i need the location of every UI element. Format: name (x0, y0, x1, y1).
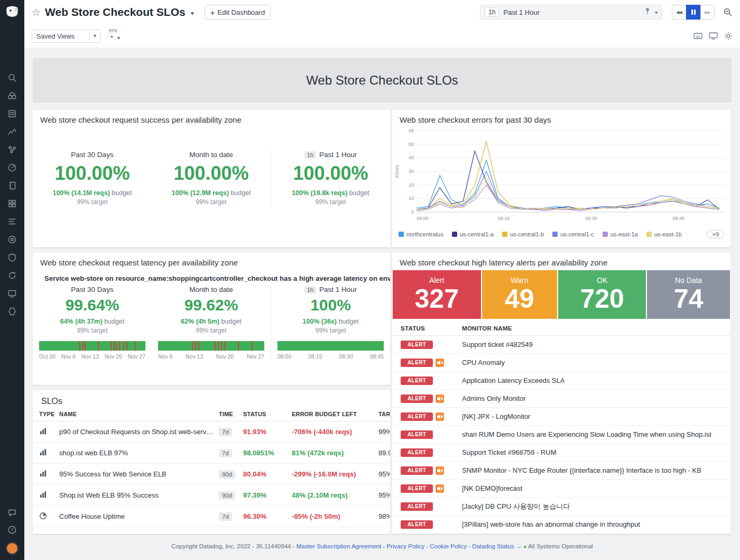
time-range-chevron-down-icon[interactable]: ▾ (655, 10, 658, 15)
forward-button[interactable]: ▶▶ (700, 5, 715, 20)
rewind-button[interactable]: ◀◀ (672, 5, 686, 20)
status-tile-label: Warn (482, 276, 557, 284)
monitor-row[interactable]: ALERT Support ticket #482549 (392, 336, 730, 354)
time-range-picker[interactable]: 1h Past 1 Hour ▾ (480, 5, 662, 20)
footer-link[interactable]: Master Subscription Agreement (297, 543, 381, 549)
status-tile-warn[interactable]: Warn 49 (482, 270, 557, 319)
integrations-icon[interactable] (7, 145, 17, 154)
timeline-tick-label: 08:00 (278, 353, 291, 360)
time-window-label: Month to date (158, 286, 264, 293)
monitor-row[interactable]: ALERT [NK] JPX - LogMonitor (392, 408, 730, 426)
pin-icon[interactable] (644, 7, 651, 17)
legend-item[interactable]: us-central1-c (552, 231, 594, 237)
slo-time-window: Past 30 Days 100.00% 100% (14.1M reqs) b… (33, 151, 152, 206)
infrastructure-icon[interactable] (7, 199, 17, 208)
incident-mark (195, 341, 196, 351)
slo-row[interactable]: p90 of Checkout Requests on Shop.ist web… (33, 421, 390, 443)
status-tile-alert[interactable]: Alert 327 (393, 270, 481, 319)
env-variable-dropdown[interactable]: * ▼ (108, 33, 124, 44)
monitor-row[interactable]: ALERT SNMP Monitor - NYC Edge Router {{i… (392, 462, 730, 480)
apm-icon[interactable] (7, 163, 17, 172)
monitor-row[interactable]: ALERT Application Latency Exceeds SLA (392, 372, 730, 390)
serverless-icon[interactable] (7, 307, 17, 316)
slo-row[interactable]: shop.ist web ELB 97% 7d 98.0851% 81% (47… (33, 443, 390, 464)
notebooks-icon[interactable] (7, 181, 17, 190)
slo-table-header: TYPENAMETIMESTATUSERROR BUDGET LEFTTARGE… (33, 411, 390, 421)
saved-views-dropdown[interactable]: Saved Views ▼ (32, 30, 100, 43)
settings-gear-icon[interactable] (724, 32, 733, 40)
time-window-label: Past 30 Days (39, 151, 145, 159)
slo-row[interactable]: Coffee House Uptime 7d 96.30% -85% (-2h … (33, 506, 390, 527)
muted-icon (436, 359, 444, 367)
ci-icon[interactable] (7, 271, 17, 280)
slo-status-value: 100% (278, 296, 384, 314)
saved-views-chevron-down-icon: ▼ (89, 32, 100, 40)
datadog-logo[interactable] (4, 4, 20, 20)
legend-item[interactable]: us-east-1b (646, 231, 682, 237)
legend-label: us-east-1a (610, 231, 638, 237)
edit-dashboard-button[interactable]: + Edit Dashboard (205, 5, 271, 20)
monitor-status-cell: ALERT (401, 341, 462, 349)
slo-status-value: 99.62% (158, 296, 264, 314)
synthetics-icon[interactable] (7, 235, 17, 244)
timeline-ticks: Oct 30Nov 6Nov 13Nov 20Nov 27 (39, 353, 145, 360)
tv-mode-icon[interactable] (709, 32, 718, 40)
legend-overflow-pill[interactable]: +9 (707, 230, 724, 238)
logs-icon[interactable] (7, 217, 17, 226)
slo-target: 99% target (39, 198, 145, 206)
monitor-row[interactable]: ALERT [3Pillars] web-store has an abnorm… (392, 516, 730, 534)
footer-link[interactable]: Datadog Status → (472, 543, 522, 549)
help-icon[interactable]: ? (7, 525, 17, 535)
user-avatar[interactable] (6, 542, 18, 555)
zoom-out-button[interactable] (723, 7, 733, 17)
metrics-icon[interactable] (7, 127, 17, 136)
monitor-row[interactable]: ALERT CPU Anomaly (392, 354, 730, 372)
monitor-name: Application Latency Exceeds SLA (462, 377, 565, 384)
slo-row[interactable]: 95% Success for Web Service ELB 90d 80.0… (33, 464, 390, 485)
monitor-row[interactable]: ALERT Support Ticket #968759 - RUM (392, 444, 730, 462)
slo-error-budget-left: -85% (-2h 50m) (292, 512, 378, 520)
incident-mark (198, 341, 199, 351)
slo-target: 99% target (278, 198, 384, 206)
slo-history-bar[interactable] (158, 341, 264, 351)
footer-link[interactable]: Cookie Policy (430, 543, 467, 549)
monitor-row[interactable]: ALERT Admins Only Monitor (392, 390, 730, 408)
legend-item[interactable]: northcentralus (399, 231, 443, 237)
rum-icon[interactable] (7, 289, 17, 298)
monitor-row[interactable]: ALERT [NK DEMO]forecast (392, 480, 730, 498)
security-icon[interactable] (7, 253, 17, 262)
events-icon[interactable] (7, 109, 17, 118)
slo-history-bar[interactable] (278, 341, 384, 351)
svg-text:Errors: Errors (394, 164, 400, 178)
watchdog-icon[interactable] (7, 91, 17, 100)
slo-history-bar[interactable] (39, 341, 145, 351)
status-tile-no-data[interactable]: No Data 74 (647, 270, 730, 319)
favorite-star-icon[interactable]: ☆ (32, 6, 41, 19)
search-icon[interactable] (7, 73, 17, 82)
slo-name: shop.ist web ELB 97% (59, 449, 219, 457)
panel-title: Web store checkout high latency alerts p… (392, 253, 730, 269)
status-tile-label: Alert (393, 276, 481, 284)
footer-link[interactable]: Privacy Policy (386, 543, 424, 549)
legend-item[interactable]: us-central1-b (502, 231, 544, 237)
status-tile-ok[interactable]: OK 720 (558, 270, 646, 319)
monitor-row[interactable]: ALERT [Jacky] DB CPU 사용량이 높습니다 (392, 498, 730, 516)
errors-line-chart[interactable]: 010203040506008:0008:1508:3008:45Errors (392, 126, 730, 228)
title-chevron-down-icon[interactable]: ▾ (191, 10, 194, 17)
legend-item[interactable]: us-central1-a (452, 231, 494, 237)
slo-column-header: TIME (219, 411, 243, 417)
monitor-name: SNMP Monitor - NYC Edge Router {{interfa… (462, 466, 701, 474)
alert-status-badge: ALERT (401, 520, 433, 529)
timeline-tick-label: Nov 13 (186, 353, 203, 360)
monitor-row[interactable]: ALERT shari RUM Demo Users are Experienc… (392, 426, 730, 444)
monitor-status-cell: ALERT (401, 520, 462, 529)
widget-grid: Web store checkout request success per a… (33, 110, 732, 534)
chat-icon[interactable] (7, 508, 17, 518)
legend-item[interactable]: us-east-1a (603, 231, 638, 237)
pause-button[interactable] (686, 5, 700, 20)
slo-row[interactable]: Shop.ist Web ELB 95% Success 90d 97.39% … (33, 485, 390, 506)
svg-text:08:45: 08:45 (673, 216, 685, 221)
keyboard-icon[interactable] (693, 32, 702, 40)
legend-label: northcentralus (406, 231, 443, 237)
slo-time-window: Month to date 100.00% 100% (12.9M reqs) … (152, 151, 271, 206)
